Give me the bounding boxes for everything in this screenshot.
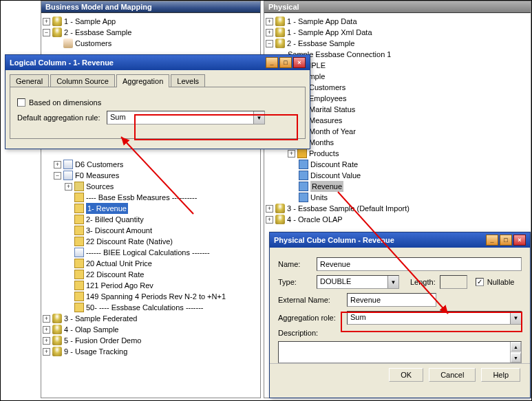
dialog-title: Logical Column - 1- Revenue — [10, 58, 114, 67]
length-input — [440, 275, 467, 289]
length-label: Length: — [410, 278, 436, 286]
physical-cube-column-titlebar[interactable]: Physical Cube Column - Revenue _ □ × — [270, 232, 530, 248]
logical-column-dialog: Logical Column - 1- Revenue _ □ × Genera… — [5, 54, 310, 149]
phys-pane-title: Physical — [264, 1, 531, 13]
minimize-button[interactable]: _ — [266, 57, 278, 68]
table-icon — [63, 171, 73, 180]
column-icon — [74, 270, 84, 279]
tree-item[interactable]: 2- Billed Quantity — [43, 214, 259, 225]
tree-item[interactable]: +Products — [266, 148, 529, 159]
default-agg-combo[interactable]: Sum ▼ — [107, 111, 265, 124]
tabs: General Column Source Aggregation Levels — [10, 74, 306, 87]
tree-item[interactable]: 20 Actual Unit Price — [43, 258, 259, 269]
tree-item[interactable]: 50- ---- Essbase Calculations ------- — [43, 302, 259, 313]
description-textarea[interactable]: ▲ ▼ — [278, 341, 522, 363]
column-icon — [74, 226, 84, 235]
aggregation-panel: Based on dimensions Default aggregation … — [10, 87, 306, 139]
tree-item[interactable]: Customers — [43, 38, 259, 49]
measure-icon — [299, 193, 308, 202]
close-button[interactable]: × — [513, 235, 526, 246]
tree-item[interactable]: 3- Discount Amount — [43, 225, 259, 236]
external-name-label: External Name: — [278, 296, 347, 304]
maximize-button[interactable]: □ — [500, 235, 512, 246]
based-on-dimensions-checkbox[interactable] — [17, 98, 25, 107]
model-icon — [52, 28, 62, 37]
cancel-button[interactable]: Cancel — [429, 368, 476, 382]
agg-role-combo[interactable]: Sum ▼ — [347, 311, 522, 325]
tree-item[interactable]: +1 - Sample App Xml Data — [266, 27, 529, 38]
tab-column-source[interactable]: Column Source — [50, 74, 115, 87]
model-icon — [52, 336, 62, 345]
database-icon — [275, 39, 285, 48]
tree-item[interactable]: +1 - Sample App — [43, 16, 259, 27]
description-label: Description: — [278, 329, 347, 337]
column-icon — [74, 237, 84, 246]
dimension-icon — [297, 149, 307, 158]
default-agg-value: Sum — [107, 111, 253, 124]
column-icon — [74, 248, 84, 257]
nullable-checkbox[interactable]: ✓ — [476, 278, 484, 286]
nullable-label: Nullable — [487, 278, 515, 286]
folder-icon — [63, 39, 73, 48]
tree-item[interactable]: +9 - Usage Tracking — [43, 346, 259, 357]
database-icon — [275, 28, 285, 37]
name-label: Name: — [278, 260, 317, 268]
tree-item[interactable]: 149 Spanning 4 Periods Rev N-2 to +N+1 — [43, 291, 259, 302]
agg-role-label: Aggregation role: — [278, 314, 347, 322]
chevron-down-icon[interactable]: ▼ — [253, 111, 264, 124]
bm-pane-title: Business Model and Mapping — [41, 1, 260, 13]
agg-role-value: Sum — [348, 312, 510, 324]
model-icon — [52, 17, 62, 26]
tree-item[interactable]: ---- Base Essb Measures ---------- — [43, 192, 259, 203]
tree-item[interactable]: +1 - Sample App Data — [266, 16, 529, 27]
measure-icon — [299, 160, 308, 169]
column-icon — [74, 303, 84, 312]
tab-levels[interactable]: Levels — [171, 74, 205, 87]
tab-general[interactable]: General — [10, 74, 49, 87]
minimize-button[interactable]: _ — [486, 235, 498, 246]
tree-item[interactable]: +Sources — [43, 181, 259, 192]
close-button[interactable]: × — [293, 57, 306, 68]
tree-item[interactable]: +5 - Fusion Order Demo — [43, 335, 259, 346]
tree-item[interactable]: −2 - Essbase Sample — [43, 27, 259, 38]
tree-item[interactable]: ------ BIEE Logical Calculations ------- — [43, 247, 259, 258]
chevron-down-icon[interactable]: ▼ — [510, 312, 521, 324]
tree-item[interactable]: 22 Discount Rate (Native) — [43, 236, 259, 247]
based-on-dimensions-label: Based on dimensions — [29, 98, 101, 107]
ok-button[interactable]: OK — [389, 368, 423, 382]
tree-item[interactable]: Discount Rate — [266, 159, 529, 170]
tree-item-selected[interactable]: 1- Revenue — [43, 203, 259, 214]
column-icon — [74, 193, 84, 202]
tree-item[interactable]: −2 - Essbase Sample — [266, 38, 529, 49]
tree-item[interactable]: −F0 Measures — [43, 170, 259, 181]
table-icon — [63, 160, 73, 169]
tree-item[interactable]: 22 Discount Rate — [43, 269, 259, 280]
model-icon — [52, 325, 62, 334]
help-button[interactable]: Help — [481, 368, 520, 382]
tree-item[interactable]: +4 - Olap Sample — [43, 324, 259, 335]
tree-item[interactable]: 121 Period Ago Rev — [43, 280, 259, 291]
tree-item[interactable]: +4 - Oracle OLAP — [266, 214, 529, 225]
scroll-down-icon[interactable]: ▼ — [511, 353, 521, 362]
model-icon — [52, 314, 62, 323]
external-name-input[interactable] — [347, 293, 436, 307]
chevron-down-icon[interactable]: ▼ — [387, 276, 398, 288]
type-combo[interactable]: DOUBLE ▼ — [317, 275, 399, 289]
name-input[interactable] — [317, 257, 522, 271]
scroll-up-icon[interactable]: ▲ — [511, 342, 521, 351]
column-icon — [74, 215, 84, 224]
maximize-button[interactable]: □ — [279, 57, 292, 68]
database-icon — [275, 17, 285, 26]
tree-item-selected[interactable]: Revenue — [266, 181, 529, 192]
tree-item[interactable]: +3 - Essbase Sample (Default Import) — [266, 203, 529, 214]
tree-item[interactable]: +3 - Sample Federated — [43, 313, 259, 324]
logical-column-titlebar[interactable]: Logical Column - 1- Revenue _ □ × — [6, 55, 310, 70]
column-icon — [74, 281, 84, 290]
tree-item[interactable]: Discount Value — [266, 170, 529, 181]
tree-item[interactable]: Units — [266, 192, 529, 203]
tab-aggregation[interactable]: Aggregation — [116, 74, 169, 87]
tree-item[interactable]: +D6 Customers — [43, 159, 259, 170]
scrollbar[interactable]: ▲ ▼ — [510, 342, 521, 362]
folder-icon — [74, 182, 84, 191]
column-icon — [74, 292, 84, 301]
